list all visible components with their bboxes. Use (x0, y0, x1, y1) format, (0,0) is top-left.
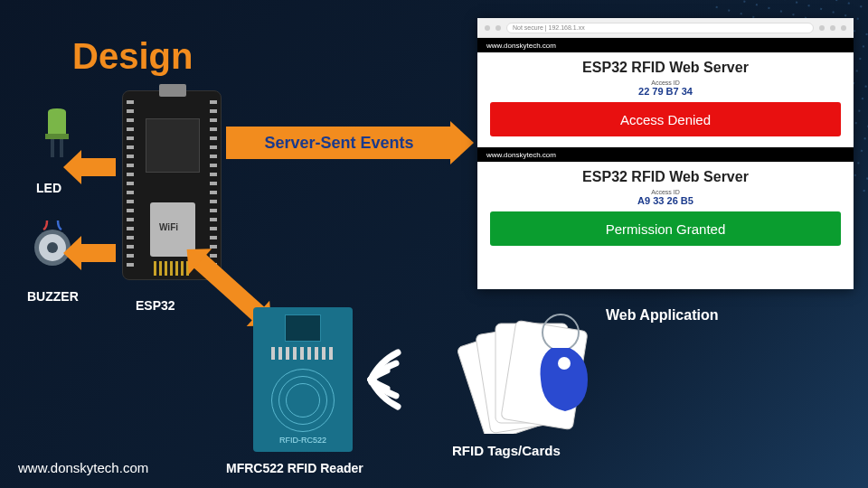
reader-board-text: RFID-RC522 (279, 436, 326, 445)
access-id-label: Access ID (490, 80, 841, 86)
denied-access-id: 22 79 B7 34 (490, 86, 841, 97)
denied-panel: ESP32 RFID Web Server Access ID 22 79 B7… (477, 52, 854, 147)
rf-waves-icon (362, 343, 425, 419)
buzzer-label: BUZZER (27, 289, 79, 304)
slide-title: Design (72, 36, 193, 77)
browser-chrome: Not secure | 192.168.1.xx (477, 18, 854, 38)
granted-status: Permission Granted (490, 211, 841, 246)
svg-point-12 (558, 357, 571, 370)
address-bar: Not secure | 192.168.1.xx (506, 23, 814, 33)
footer-url: www.donskytech.com (18, 460, 148, 475)
granted-access-id: A9 33 26 B5 (490, 195, 841, 206)
access-id-label-2: Access ID (490, 189, 841, 195)
arrow-to-led-icon (80, 158, 116, 176)
esp32-label: ESP32 (136, 298, 175, 313)
tags-label: RFID Tags/Cards (452, 443, 561, 458)
svg-point-5 (47, 242, 58, 253)
site-header-2: www.donskytech.com (477, 147, 854, 162)
sse-label: Server-Sent Events (264, 134, 413, 153)
server-title-2: ESP32 RFID Web Server (490, 169, 841, 185)
webapp-label: Web Application (606, 307, 718, 324)
server-title: ESP32 RFID Web Server (490, 60, 841, 76)
arrow-to-buzzer-icon (80, 244, 116, 262)
site-header: www.donskytech.com (477, 38, 854, 52)
led-label: LED (36, 181, 61, 195)
denied-status: Access Denied (490, 102, 841, 136)
svg-rect-0 (45, 134, 69, 139)
web-application-window: Not secure | 192.168.1.xx www.donskytech… (477, 18, 854, 289)
granted-panel: ESP32 RFID Web Server Access ID A9 33 26… (477, 162, 854, 257)
reader-label: MFRC522 RFID Reader (226, 461, 363, 475)
rfid-tags-icon (443, 307, 606, 437)
svg-rect-1 (51, 139, 54, 157)
arrow-sse-icon: Server-Sent Events (226, 127, 452, 159)
rfid-reader-board: RFID-RC522 (253, 307, 353, 452)
